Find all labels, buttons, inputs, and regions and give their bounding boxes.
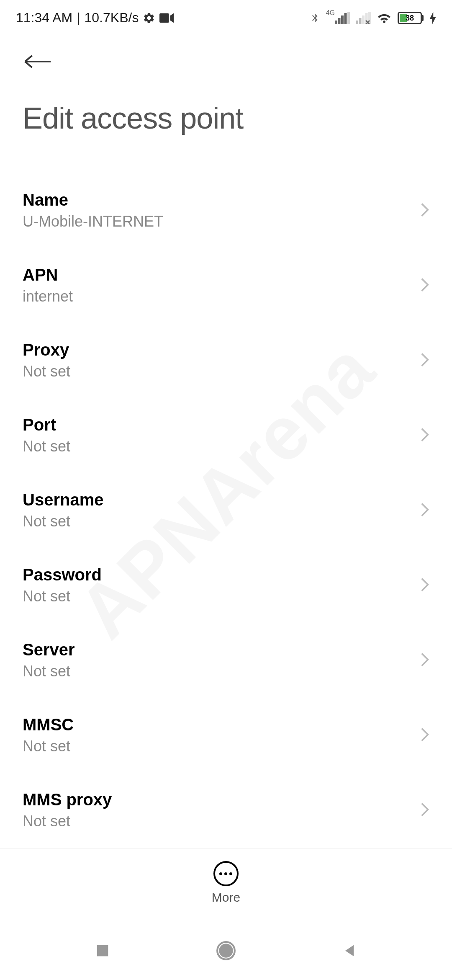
setting-value: Not set [23, 663, 75, 680]
bottom-toolbar: More [0, 848, 452, 921]
setting-port[interactable]: Port Not set [23, 398, 429, 473]
chevron-right-icon [420, 352, 429, 369]
status-speed: 10.7KB/s [85, 10, 139, 26]
nav-back-button[interactable] [341, 942, 358, 959]
setting-name[interactable]: Name U-Mobile-INTERNET [23, 173, 429, 248]
setting-value: Not set [23, 438, 70, 455]
svg-rect-1 [335, 21, 337, 24]
setting-label: Username [23, 490, 103, 509]
gear-icon [143, 12, 155, 24]
svg-rect-3 [341, 15, 344, 24]
svg-point-13 [220, 944, 232, 957]
signal-4g-icon: 4G [326, 12, 350, 24]
setting-label: APN [23, 266, 73, 284]
setting-value: U-Mobile-INTERNET [23, 213, 163, 230]
camera-icon [159, 13, 174, 23]
setting-value: Not set [23, 812, 112, 830]
setting-proxy[interactable]: Proxy Not set [23, 323, 429, 398]
setting-label: Server [23, 640, 75, 659]
back-button[interactable] [23, 49, 52, 76]
setting-label: Name [23, 191, 163, 209]
svg-rect-6 [356, 21, 358, 24]
setting-label: Port [23, 415, 70, 434]
svg-rect-2 [338, 18, 341, 24]
nav-recent-button[interactable] [94, 942, 111, 959]
status-bar: 11:34 AM | 10.7KB/s 4G 38 [0, 0, 452, 32]
nav-home-button[interactable] [216, 940, 236, 961]
more-label: More [212, 890, 240, 905]
chevron-right-icon [420, 652, 429, 669]
page-title: Edit access point [23, 101, 429, 135]
chevron-right-icon [420, 427, 429, 444]
setting-mms-proxy[interactable]: MMS proxy Not set [23, 773, 429, 848]
setting-mmsc[interactable]: MMSC Not set [23, 698, 429, 773]
setting-value: internet [23, 288, 73, 305]
bluetooth-icon [310, 11, 320, 25]
chevron-right-icon [420, 727, 429, 744]
chevron-right-icon [420, 277, 429, 294]
setting-label: MMSC [23, 715, 74, 734]
setting-label: Password [23, 565, 102, 584]
setting-value: Not set [23, 588, 102, 605]
header: Edit access point [0, 32, 452, 144]
svg-rect-8 [362, 15, 365, 24]
battery-icon: 38 [398, 12, 424, 24]
status-separator: | [77, 10, 80, 26]
svg-rect-0 [159, 13, 169, 23]
setting-value: Not set [23, 738, 74, 755]
setting-apn[interactable]: APN internet [23, 248, 429, 323]
chevron-right-icon [420, 802, 429, 819]
status-time: 11:34 AM [16, 10, 72, 26]
setting-value: Not set [23, 513, 103, 530]
navigation-bar [0, 921, 452, 980]
chevron-right-icon [420, 577, 429, 594]
status-right: 4G 38 [310, 11, 436, 25]
chevron-right-icon [420, 202, 429, 219]
more-button[interactable]: More [212, 861, 240, 905]
svg-rect-7 [359, 18, 362, 24]
signal-no-sim-icon [356, 12, 371, 24]
setting-password[interactable]: Password Not set [23, 548, 429, 623]
svg-rect-4 [344, 13, 347, 24]
setting-username[interactable]: Username Not set [23, 473, 429, 548]
charging-icon [429, 12, 436, 24]
wifi-icon [377, 12, 392, 24]
chevron-right-icon [420, 502, 429, 519]
more-icon [213, 861, 239, 886]
svg-rect-10 [368, 12, 371, 24]
setting-label: MMS proxy [23, 790, 112, 809]
svg-rect-5 [347, 12, 350, 24]
setting-server[interactable]: Server Not set [23, 623, 429, 698]
status-left: 11:34 AM | 10.7KB/s [16, 10, 174, 26]
settings-list: Name U-Mobile-INTERNET APN internet Prox… [0, 144, 452, 848]
setting-label: Proxy [23, 340, 70, 359]
svg-rect-11 [97, 945, 108, 957]
setting-value: Not set [23, 363, 70, 380]
